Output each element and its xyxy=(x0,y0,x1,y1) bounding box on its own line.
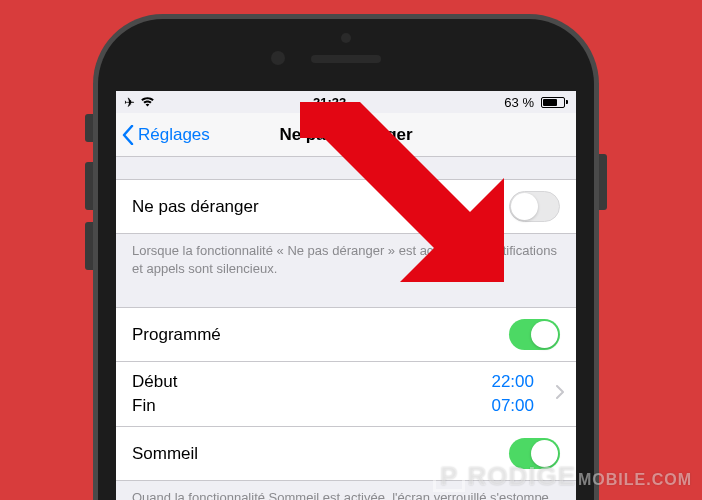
screen: ✈︎ 21:33 63 % Réglages xyxy=(116,91,576,500)
mute-switch xyxy=(85,114,93,142)
schedule-from-value: 22:00 xyxy=(491,370,534,394)
watermark: P R ODIGE MOBILE.COM xyxy=(431,460,692,492)
schedule-time-row[interactable]: Début 22:00 Fin 07:00 xyxy=(116,362,576,427)
settings-content: Ne pas déranger Lorsque la fonctionnalit… xyxy=(116,157,576,500)
volume-down-button xyxy=(85,222,93,270)
earpiece-speaker xyxy=(311,55,381,63)
navigation-bar: Réglages Ne pas déranger xyxy=(116,113,576,157)
schedule-from-label: Début xyxy=(132,370,177,394)
schedule-to-label: Fin xyxy=(132,394,156,418)
battery-icon xyxy=(539,97,568,108)
scheduled-label: Programmé xyxy=(132,325,221,345)
proximity-sensor xyxy=(341,33,351,43)
back-label: Réglages xyxy=(138,125,210,145)
dnd-label: Ne pas déranger xyxy=(132,197,259,217)
schedule-to-value: 07:00 xyxy=(491,394,534,418)
dnd-row[interactable]: Ne pas déranger xyxy=(116,179,576,234)
phone-bezel: ✈︎ 21:33 63 % Réglages xyxy=(98,19,594,500)
dnd-toggle[interactable] xyxy=(509,191,560,222)
scheduled-row[interactable]: Programmé xyxy=(116,307,576,362)
status-bar: ✈︎ 21:33 63 % xyxy=(116,91,576,113)
watermark-odige: ODIGE xyxy=(487,461,576,492)
phone-frame: ✈︎ 21:33 63 % Réglages xyxy=(93,14,599,500)
status-time: 21:33 xyxy=(313,95,346,110)
dnd-footer: Lorsque la fonctionnalité « Ne pas déran… xyxy=(116,234,576,285)
back-button[interactable]: Réglages xyxy=(116,125,210,145)
battery-percent: 63 % xyxy=(504,95,534,110)
chevron-left-icon xyxy=(122,125,134,145)
watermark-r: R xyxy=(467,461,487,492)
volume-up-button xyxy=(85,162,93,210)
wifi-icon xyxy=(140,95,155,110)
power-button xyxy=(599,154,607,210)
airplane-mode-icon: ✈︎ xyxy=(124,95,135,110)
chevron-right-icon xyxy=(556,384,564,404)
scheduled-toggle[interactable] xyxy=(509,319,560,350)
watermark-suffix: MOBILE.COM xyxy=(578,471,692,489)
page-title: Ne pas déranger xyxy=(279,125,412,145)
front-camera xyxy=(271,51,285,65)
watermark-p: P xyxy=(433,460,465,492)
sleep-label: Sommeil xyxy=(132,444,198,464)
